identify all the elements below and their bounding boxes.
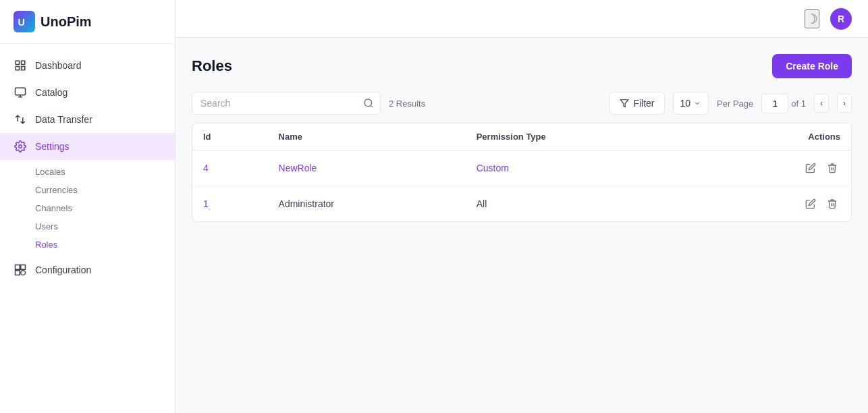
edit-icon [805, 163, 816, 173]
configuration-icon [13, 263, 27, 277]
row2-name: Administrator [279, 198, 334, 209]
logo: U UnoPim [0, 0, 175, 44]
sidebar-item-dashboard[interactable]: Dashboard [0, 52, 175, 79]
page-content: Roles Create Role 2 Results Filter 10 Pe… [175, 38, 868, 413]
search-icon [363, 98, 374, 109]
svg-rect-8 [16, 265, 20, 270]
edit-role-button[interactable] [803, 196, 819, 212]
svg-rect-4 [22, 67, 25, 70]
sidebar-item-configuration-label: Configuration [35, 265, 91, 275]
edit-role-button[interactable] [803, 160, 819, 176]
sidebar-item-locales[interactable]: Locales [35, 163, 175, 181]
page-of-label: of 1 [791, 99, 806, 109]
trash-icon [827, 163, 838, 173]
svg-rect-3 [22, 61, 25, 64]
results-count: 2 Results [389, 99, 425, 109]
dark-mode-toggle[interactable]: ☽ [805, 9, 819, 28]
col-header-actions: Actions [699, 123, 851, 150]
page-header: Roles Create Role [192, 54, 852, 78]
table-row: 4 NewRole Custom [192, 150, 851, 186]
per-page-select[interactable]: 10 [673, 92, 709, 115]
search-container [192, 92, 381, 115]
create-role-button[interactable]: Create Role [772, 54, 852, 78]
row2-actions [710, 196, 840, 212]
settings-sub-nav: Locales Currencies Channels Users Roles [0, 160, 175, 256]
header: ☽ R [175, 0, 868, 38]
sidebar-item-settings[interactable]: Settings [0, 133, 175, 160]
svg-rect-10 [16, 271, 20, 275]
sidebar-item-dashboard-label: Dashboard [35, 60, 82, 71]
next-page-button[interactable]: › [837, 94, 852, 113]
logo-text: UnoPim [40, 14, 92, 30]
trash-icon [827, 198, 838, 209]
avatar[interactable]: R [830, 8, 852, 30]
table-row: 1 Administrator All [192, 186, 851, 222]
main-content: ☽ R Roles Create Role 2 Results Filter [175, 0, 868, 413]
svg-point-12 [364, 99, 372, 107]
logo-icon: U [13, 11, 35, 32]
col-header-permission-type: Permission Type [466, 123, 699, 150]
page-number-input[interactable] [761, 94, 788, 113]
row1-actions [710, 160, 840, 176]
edit-icon [805, 198, 816, 209]
sidebar-item-data-transfer[interactable]: Data Transfer [0, 106, 175, 133]
sidebar-item-settings-label: Settings [35, 141, 70, 152]
svg-rect-9 [21, 265, 26, 270]
pagination-info: of 1 [761, 94, 806, 113]
sidebar-item-catalog[interactable]: Catalog [0, 79, 175, 106]
delete-role-button[interactable] [824, 196, 840, 212]
svg-text:U: U [18, 17, 24, 28]
sidebar-nav: Dashboard Catalog Data Transfer Settings [0, 44, 175, 413]
svg-marker-13 [621, 100, 629, 107]
sidebar-item-users[interactable]: Users [35, 217, 175, 236]
search-input[interactable] [192, 92, 381, 115]
dashboard-icon [13, 59, 27, 72]
search-button[interactable] [363, 98, 374, 109]
sidebar: U UnoPim Dashboard Catalog Data Transfer [0, 0, 175, 413]
svg-rect-5 [16, 67, 19, 70]
svg-rect-2 [16, 61, 19, 64]
catalog-icon [13, 86, 27, 99]
filter-icon [620, 99, 629, 108]
col-header-id: Id [192, 123, 268, 150]
roles-table: Id Name Permission Type Actions 4 NewRol… [192, 123, 852, 222]
row2-permission-type: All [477, 198, 487, 209]
prev-page-button[interactable]: ‹ [814, 94, 829, 113]
sidebar-item-currencies[interactable]: Currencies [35, 181, 175, 199]
per-page-label: Per Page [717, 99, 753, 109]
svg-point-7 [19, 145, 22, 148]
sidebar-item-channels[interactable]: Channels [35, 199, 175, 217]
filter-button[interactable]: Filter [609, 92, 664, 115]
sidebar-item-data-transfer-label: Data Transfer [35, 114, 92, 125]
chevron-down-icon [693, 99, 701, 107]
data-transfer-icon [13, 113, 27, 126]
delete-role-button[interactable] [824, 160, 840, 176]
settings-icon [13, 140, 27, 153]
row2-id: 1 [203, 198, 209, 209]
page-title: Roles [192, 57, 232, 75]
svg-rect-6 [16, 88, 26, 95]
col-header-name: Name [268, 123, 466, 150]
row1-name[interactable]: NewRole [279, 163, 317, 173]
row1-permission-type: Custom [477, 163, 509, 173]
sidebar-item-roles[interactable]: Roles [35, 236, 175, 254]
sidebar-item-configuration[interactable]: Configuration [0, 256, 175, 283]
row1-id: 4 [203, 163, 209, 173]
sidebar-item-catalog-label: Catalog [35, 87, 67, 98]
toolbar: 2 Results Filter 10 Per Page of 1 ‹ › [192, 92, 852, 115]
svg-point-11 [21, 271, 26, 275]
